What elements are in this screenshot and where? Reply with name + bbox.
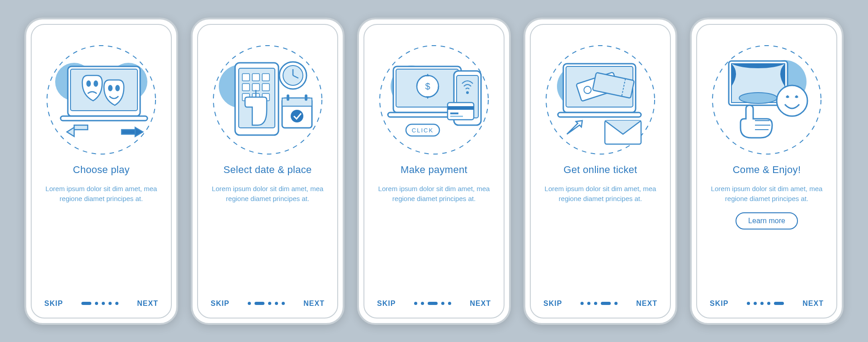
skip-button[interactable]: SKIP xyxy=(543,300,562,308)
svg-rect-15 xyxy=(252,74,259,81)
skip-button[interactable]: SKIP xyxy=(44,300,63,308)
step-title: Choose play xyxy=(73,164,130,176)
svg-rect-47 xyxy=(450,116,463,117)
dot xyxy=(594,302,597,305)
dot xyxy=(255,302,264,305)
step-title: Make payment xyxy=(401,164,467,176)
dot xyxy=(248,302,251,305)
page-indicator xyxy=(580,302,618,305)
dot xyxy=(282,302,285,305)
next-button[interactable]: NEXT xyxy=(303,300,325,308)
dot xyxy=(580,302,584,305)
svg-point-8 xyxy=(108,85,113,91)
dot xyxy=(275,302,278,305)
dot xyxy=(108,302,112,305)
skip-button[interactable]: SKIP xyxy=(710,300,728,308)
svg-point-63 xyxy=(739,93,777,103)
svg-rect-14 xyxy=(242,74,250,81)
svg-point-6 xyxy=(86,80,91,87)
phone-frame-2: Select date & place Lorem ipsum dolor si… xyxy=(191,18,344,325)
svg-point-64 xyxy=(777,85,807,116)
step-description: Lorem ipsum dolor sit dim amet, mea regi… xyxy=(44,184,158,204)
svg-rect-28 xyxy=(282,98,312,106)
svg-rect-45 xyxy=(448,106,474,110)
step-title: Select date & place xyxy=(223,164,311,176)
dot xyxy=(441,302,444,305)
step-description: Lorem ipsum dolor sit dim amet, mea regi… xyxy=(543,184,657,204)
svg-point-9 xyxy=(115,85,120,91)
svg-rect-16 xyxy=(262,74,269,81)
onboarding-footer: SKIP NEXT xyxy=(377,300,491,308)
next-button[interactable]: NEXT xyxy=(470,300,491,308)
svg-rect-5 xyxy=(61,116,147,121)
dot xyxy=(774,302,784,305)
svg-rect-44 xyxy=(448,103,474,120)
onboarding-screen-5: Come & Enjoy! Lorem ipsum dolor sit dim … xyxy=(696,24,837,319)
dot xyxy=(754,302,757,305)
svg-rect-17 xyxy=(242,84,250,91)
ticket-icon xyxy=(542,41,659,159)
onboarding-screen-2: Select date & place Lorem ipsum dolor si… xyxy=(197,24,338,319)
step-title: Get online ticket xyxy=(564,164,637,176)
onboarding-footer: SKIP NEXT xyxy=(543,300,657,308)
step-description: Lorem ipsum dolor sit dim amet, mea regi… xyxy=(377,184,491,204)
svg-rect-30 xyxy=(305,94,307,101)
onboarding-screen-4: Get online ticket Lorem ipsum dolor sit … xyxy=(530,24,671,319)
dot xyxy=(115,302,118,305)
svg-text:$: $ xyxy=(425,81,430,91)
svg-point-7 xyxy=(94,80,98,87)
dot xyxy=(767,302,770,305)
dot xyxy=(81,302,91,305)
svg-rect-46 xyxy=(450,112,458,114)
onboarding-footer: SKIP NEXT xyxy=(211,300,325,308)
theater-masks-icon xyxy=(42,41,160,159)
next-button[interactable]: NEXT xyxy=(636,300,657,308)
onboarding-footer: SKIP NEXT xyxy=(44,300,158,308)
onboarding-screen-3: $ CLICK Make payment Lorem ipsum dolor s… xyxy=(363,24,505,319)
svg-point-43 xyxy=(466,91,469,94)
svg-rect-19 xyxy=(262,84,269,91)
calendar-clock-icon xyxy=(209,41,326,159)
svg-rect-18 xyxy=(252,84,259,91)
dot xyxy=(421,302,424,305)
dot xyxy=(268,302,271,305)
phone-frame-4: Get online ticket Lorem ipsum dolor sit … xyxy=(524,18,677,325)
page-indicator xyxy=(747,302,784,305)
skip-button[interactable]: SKIP xyxy=(211,300,229,308)
dot xyxy=(760,302,764,305)
dot xyxy=(614,302,618,305)
enjoy-icon xyxy=(708,41,826,159)
svg-rect-29 xyxy=(287,94,289,101)
payment-icon: $ CLICK xyxy=(375,41,493,159)
onboarding-footer: SKIP NEXT xyxy=(710,300,824,308)
dot xyxy=(448,302,451,305)
phone-frame-3: $ CLICK Make payment Lorem ipsum dolor s… xyxy=(357,18,511,325)
onboarding-screen-1: Choose play Lorem ipsum dolor sit dim am… xyxy=(31,24,172,319)
step-description: Lorem ipsum dolor sit dim amet, mea regi… xyxy=(710,184,824,204)
svg-text:CLICK: CLICK xyxy=(412,127,434,134)
skip-button[interactable]: SKIP xyxy=(377,300,396,308)
svg-rect-52 xyxy=(558,112,641,117)
svg-point-31 xyxy=(291,110,303,122)
dot xyxy=(587,302,590,305)
step-title: Come & Enjoy! xyxy=(733,164,801,176)
dot xyxy=(601,302,611,305)
next-button[interactable]: NEXT xyxy=(137,300,158,308)
learn-more-button[interactable]: Learn more xyxy=(736,212,798,230)
page-indicator xyxy=(414,302,451,305)
step-description: Lorem ipsum dolor sit dim amet, mea regi… xyxy=(211,184,325,204)
dot xyxy=(102,302,105,305)
next-button[interactable]: NEXT xyxy=(802,300,824,308)
dot xyxy=(414,302,417,305)
dot xyxy=(428,302,438,305)
dot xyxy=(95,302,98,305)
phone-frame-5: Come & Enjoy! Lorem ipsum dolor sit dim … xyxy=(690,18,844,325)
phone-frame-1: Choose play Lorem ipsum dolor sit dim am… xyxy=(24,18,178,325)
dot xyxy=(747,302,750,305)
page-indicator xyxy=(81,302,118,305)
page-indicator xyxy=(248,302,285,305)
